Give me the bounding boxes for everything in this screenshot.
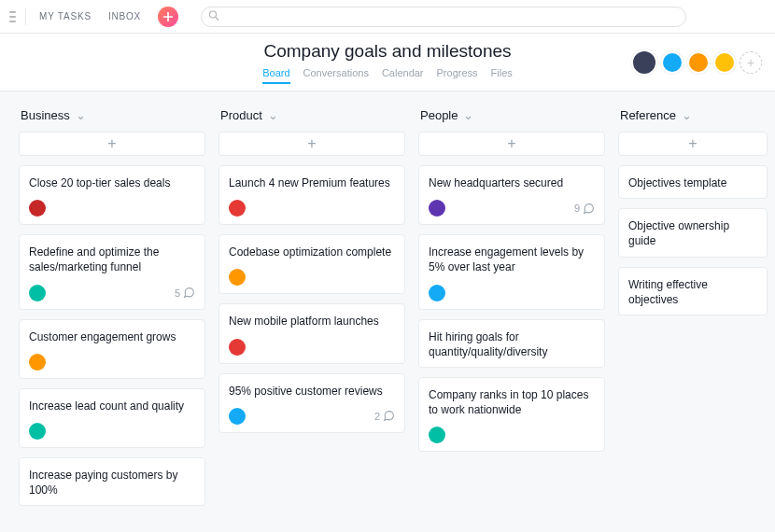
assignee-avatar[interactable] bbox=[29, 423, 46, 440]
avatar[interactable] bbox=[631, 49, 657, 76]
card-title: Increase engagement levels by 5% over la… bbox=[429, 245, 595, 274]
nav-my-tasks[interactable]: MY TASKS bbox=[39, 11, 92, 21]
card[interactable]: New mobile platform launches bbox=[218, 303, 405, 363]
column-header[interactable]: Reference ⌄ bbox=[618, 105, 768, 132]
add-card-button[interactable]: + bbox=[418, 132, 605, 156]
comment-count[interactable]: 5 bbox=[175, 287, 195, 299]
card[interactable]: Writing effective objectives bbox=[618, 267, 768, 315]
card[interactable]: Increase paying customers by 100% bbox=[19, 457, 205, 506]
card[interactable]: 95% positive customer reviews2 bbox=[218, 373, 405, 433]
card-title: Objective ownership guide bbox=[628, 218, 757, 248]
card-footer: 9 bbox=[429, 200, 595, 217]
avatar[interactable] bbox=[687, 51, 710, 74]
assignee-avatar[interactable] bbox=[429, 285, 445, 301]
add-card-button[interactable]: + bbox=[19, 132, 205, 156]
card-title: Codebase optimization complete bbox=[229, 245, 395, 259]
column-header[interactable]: Business ⌄ bbox=[19, 105, 205, 132]
chevron-down-icon: ⌄ bbox=[682, 108, 692, 122]
plus-icon bbox=[163, 12, 173, 21]
card-title: 95% positive customer reviews bbox=[229, 384, 395, 399]
comment-count[interactable]: 2 bbox=[374, 410, 395, 422]
card[interactable]: Customer engagement grows bbox=[19, 319, 205, 379]
card[interactable]: Objective ownership guide bbox=[618, 208, 768, 257]
card-title: Company ranks in top 10 places to work n… bbox=[429, 387, 595, 417]
page-title: Company goals and milestones bbox=[263, 41, 511, 62]
column-business: Business ⌄ + Close 20 top-tier sales dea… bbox=[19, 105, 205, 515]
column-reference: Reference ⌄ + Objectives templateObjecti… bbox=[618, 105, 768, 325]
column-cards: Objectives templateObjective ownership g… bbox=[618, 165, 768, 325]
column-product: Product ⌄ + Launch 4 new Premium feature… bbox=[218, 105, 405, 442]
add-card-button[interactable]: + bbox=[218, 132, 405, 156]
card-title: New mobile platform launches bbox=[229, 314, 395, 329]
view-tabs: Board Conversations Calendar Progress Fi… bbox=[262, 67, 513, 84]
svg-point-0 bbox=[210, 11, 217, 18]
card-footer bbox=[429, 427, 595, 443]
column-title: Product bbox=[220, 108, 262, 122]
nav-inbox[interactable]: INBOX bbox=[108, 11, 141, 21]
column-cards: New headquarters secured9Increase engage… bbox=[418, 165, 605, 461]
assignee-avatar[interactable] bbox=[229, 200, 246, 217]
card-footer bbox=[29, 200, 195, 217]
card-footer bbox=[229, 339, 395, 356]
title-bar: Company goals and milestones Board Conve… bbox=[0, 34, 775, 91]
column-title: Reference bbox=[620, 108, 676, 122]
assignee-avatar[interactable] bbox=[429, 200, 445, 217]
card-footer bbox=[229, 269, 395, 286]
collaborators: + bbox=[631, 49, 762, 76]
card[interactable]: Close 20 top-tier sales deals bbox=[19, 165, 205, 225]
card[interactable]: Objectives template bbox=[618, 165, 768, 199]
assignee-avatar[interactable] bbox=[429, 427, 445, 443]
tab-progress[interactable]: Progress bbox=[437, 67, 478, 84]
card-title: Customer engagement grows bbox=[29, 329, 195, 344]
card-title: Increase paying customers by 100% bbox=[29, 468, 195, 497]
card-title: Close 20 top-tier sales deals bbox=[29, 175, 195, 190]
column-title: People bbox=[420, 108, 458, 122]
column-people: People ⌄ + New headquarters secured9Incr… bbox=[418, 105, 605, 461]
card-title: Writing effective objectives bbox=[628, 277, 757, 307]
column-header[interactable]: People ⌄ bbox=[418, 105, 605, 132]
column-title: Business bbox=[21, 108, 70, 122]
add-collaborator-button[interactable]: + bbox=[740, 51, 762, 74]
card[interactable]: Company ranks in top 10 places to work n… bbox=[418, 377, 605, 452]
tab-files[interactable]: Files bbox=[491, 67, 513, 84]
card-footer bbox=[229, 200, 395, 217]
card[interactable]: Hit hiring goals for quantity/quality/di… bbox=[418, 319, 605, 368]
tab-calendar[interactable]: Calendar bbox=[382, 67, 424, 84]
menu-icon[interactable] bbox=[9, 8, 26, 25]
card[interactable]: Redefine and optimize the sales/marketin… bbox=[19, 234, 205, 309]
assignee-avatar[interactable] bbox=[29, 285, 46, 301]
card-title: Redefine and optimize the sales/marketin… bbox=[29, 245, 195, 274]
svg-line-1 bbox=[216, 17, 218, 20]
card[interactable]: Increase engagement levels by 5% over la… bbox=[418, 234, 605, 309]
search-input[interactable] bbox=[201, 7, 686, 27]
assignee-avatar[interactable] bbox=[229, 269, 246, 286]
column-cards: Launch 4 new Premium featuresCodebase op… bbox=[218, 165, 405, 442]
column-cards: Close 20 top-tier sales dealsRedefine an… bbox=[19, 165, 205, 515]
assignee-avatar[interactable] bbox=[29, 200, 46, 217]
tab-conversations[interactable]: Conversations bbox=[303, 67, 369, 84]
card[interactable]: Codebase optimization complete bbox=[218, 234, 405, 294]
card-footer bbox=[29, 354, 195, 371]
card-title: Launch 4 new Premium features bbox=[229, 175, 395, 190]
chevron-down-icon: ⌄ bbox=[76, 108, 86, 122]
card[interactable]: Increase lead count and quality bbox=[19, 388, 205, 448]
card-footer: 2 bbox=[229, 408, 395, 425]
comment-count[interactable]: 9 bbox=[574, 203, 595, 215]
card-title: Increase lead count and quality bbox=[29, 399, 195, 413]
avatar[interactable] bbox=[661, 51, 683, 74]
board: Business ⌄ + Close 20 top-tier sales dea… bbox=[0, 91, 775, 532]
column-header[interactable]: Product ⌄ bbox=[218, 105, 405, 132]
avatar[interactable] bbox=[713, 51, 736, 74]
card[interactable]: New headquarters secured9 bbox=[418, 165, 605, 225]
assignee-avatar[interactable] bbox=[229, 408, 246, 425]
tab-board[interactable]: Board bbox=[262, 67, 289, 84]
assignee-avatar[interactable] bbox=[229, 339, 246, 356]
add-card-button[interactable]: + bbox=[618, 132, 768, 156]
assignee-avatar[interactable] bbox=[29, 354, 46, 371]
card-footer: 5 bbox=[29, 285, 195, 301]
card[interactable]: Launch 4 new Premium features bbox=[218, 165, 405, 225]
card-title: Objectives template bbox=[628, 175, 757, 190]
global-add-button[interactable] bbox=[158, 7, 178, 27]
card-footer bbox=[429, 285, 595, 301]
search-icon bbox=[208, 9, 219, 23]
